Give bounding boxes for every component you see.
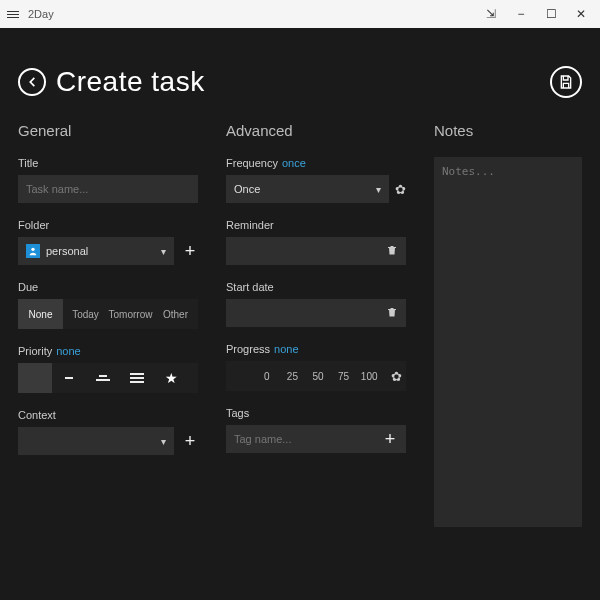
svg-point-0 <box>31 248 34 251</box>
title-label: Title <box>18 157 198 169</box>
priority-none[interactable] <box>18 363 52 393</box>
startdate-label: Start date <box>226 281 406 293</box>
progress-25[interactable]: 25 <box>280 371 306 382</box>
gear-icon: ✿ <box>391 369 402 384</box>
add-folder-button[interactable]: + <box>182 242 198 260</box>
close-button[interactable]: ✕ <box>566 7 596 21</box>
priority-medium[interactable] <box>86 363 120 393</box>
priority-label: Prioritynone <box>18 345 198 357</box>
priority-low[interactable] <box>52 363 86 393</box>
progress-100[interactable]: 100 <box>356 371 382 382</box>
arrow-left-icon <box>25 75 39 89</box>
folder-value: personal <box>46 245 88 257</box>
folder-label: Folder <box>18 219 198 231</box>
due-option-none[interactable]: None <box>18 299 63 329</box>
priority-star[interactable]: ★ <box>154 363 188 393</box>
chevron-down-icon: ▾ <box>161 246 166 257</box>
priority-sub: none <box>56 345 80 357</box>
due-option-tomorrow[interactable]: Tomorrow <box>108 299 153 329</box>
progress-0[interactable]: 0 <box>254 371 280 382</box>
folder-select[interactable]: personal ▾ <box>18 237 174 265</box>
hamburger-icon[interactable] <box>4 8 22 21</box>
startdate-row[interactable] <box>226 299 406 327</box>
progress-settings-button[interactable]: ✿ <box>382 369 406 384</box>
notes-column: Notes <box>434 122 582 527</box>
window-titlebar: 2Day ⇲ − ☐ ✕ <box>0 0 600 28</box>
notes-box <box>434 157 582 527</box>
chevron-down-icon: ▾ <box>376 184 381 195</box>
notes-heading: Notes <box>434 122 582 139</box>
frequency-value: Once <box>234 183 260 195</box>
context-label: Context <box>18 409 198 421</box>
reminder-label: Reminder <box>226 219 406 231</box>
add-tag-button[interactable]: + <box>382 430 398 448</box>
save-button[interactable] <box>550 66 582 98</box>
due-option-today[interactable]: Today <box>63 299 108 329</box>
save-icon <box>558 74 574 90</box>
task-name-input[interactable] <box>18 175 198 203</box>
priority-high[interactable] <box>120 363 154 393</box>
due-option-other[interactable]: Other <box>153 299 198 329</box>
reminder-row[interactable] <box>226 237 406 265</box>
maximize-button[interactable]: ☐ <box>536 7 566 21</box>
trash-icon[interactable] <box>386 244 398 258</box>
due-segmented: None Today Tomorrow Other <box>18 299 198 329</box>
frequency-select[interactable]: Once ▾ <box>226 175 389 203</box>
notes-textarea[interactable] <box>442 165 574 519</box>
app-name: 2Day <box>28 8 54 20</box>
frequency-sub: once <box>282 157 306 169</box>
frequency-settings-button[interactable]: ✿ <box>395 182 406 197</box>
frequency-label: Frequencyonce <box>226 157 406 169</box>
progress-50[interactable]: 50 <box>305 371 331 382</box>
person-icon <box>26 244 40 258</box>
page-title: Create task <box>56 66 205 98</box>
add-context-button[interactable]: + <box>182 432 198 450</box>
trash-icon[interactable] <box>386 306 398 320</box>
progress-label: Progressnone <box>226 343 406 355</box>
general-heading: General <box>18 122 198 139</box>
back-button[interactable] <box>18 68 46 96</box>
restore-diagonal-icon[interactable]: ⇲ <box>476 7 506 21</box>
chevron-down-icon: ▾ <box>161 436 166 447</box>
priority-picker: ★ <box>18 363 198 393</box>
context-select[interactable]: ▾ <box>18 427 174 455</box>
star-icon: ★ <box>165 370 178 386</box>
progress-75[interactable]: 75 <box>331 371 357 382</box>
due-label: Due <box>18 281 198 293</box>
general-column: General Title Folder personal ▾ <box>18 122 198 527</box>
progress-picker: 0 25 50 75 100 ✿ <box>226 361 406 391</box>
page-header: Create task <box>18 66 582 98</box>
minimize-button[interactable]: − <box>506 7 536 21</box>
advanced-column: Advanced Frequencyonce Once ▾ ✿ Reminder <box>226 122 406 527</box>
progress-sub: none <box>274 343 298 355</box>
advanced-heading: Advanced <box>226 122 406 139</box>
tags-label: Tags <box>226 407 406 419</box>
tag-input[interactable] <box>234 433 382 445</box>
